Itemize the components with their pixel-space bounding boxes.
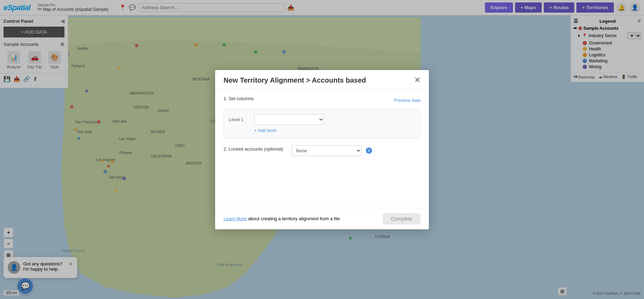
preview-data-link[interactable]: Preview data	[394, 98, 420, 103]
level1-label: Level 1	[229, 117, 250, 122]
modal-title: New Territory Alignment > Accounts based	[224, 76, 366, 84]
set-columns-body: Level 1 + Add level	[224, 109, 420, 138]
locked-accounts-section: 2. Locked accounts (optional) None i	[224, 145, 420, 156]
locked-accounts-select[interactable]: None	[292, 145, 362, 156]
modal-dialog: New Territory Alignment > Accounts based…	[215, 70, 429, 229]
learn-more-suffix: about creating a territory alignment fro…	[248, 216, 340, 221]
modal-footer: Learn More about creating a territory al…	[215, 208, 429, 229]
set-columns-label: 1. Set columns	[224, 96, 254, 101]
modal-body: 1. Set columns Preview data Level 1 + Ad…	[215, 89, 429, 208]
modal-overlay[interactable]: New Territory Alignment > Accounts based…	[0, 0, 644, 299]
set-columns-header: 1. Set columns Preview data	[224, 96, 420, 105]
set-columns-section: 1. Set columns Preview data Level 1 + Ad…	[224, 96, 420, 138]
level1-select[interactable]	[254, 114, 324, 125]
modal-close-button[interactable]: ✕	[414, 76, 420, 84]
locked-accounts-label: 2. Locked accounts (optional)	[224, 146, 283, 152]
modal-header: New Territory Alignment > Accounts based…	[215, 70, 429, 89]
learn-more-area: Learn More about creating a territory al…	[224, 216, 340, 221]
learn-more-link[interactable]: Learn More	[224, 216, 247, 221]
add-level-link[interactable]: + Add level	[254, 128, 276, 133]
complete-button[interactable]: Complete	[383, 213, 420, 224]
locked-accounts-row: 2. Locked accounts (optional) None i	[224, 145, 420, 156]
info-icon[interactable]: i	[366, 147, 372, 154]
level1-row: Level 1	[229, 114, 415, 125]
